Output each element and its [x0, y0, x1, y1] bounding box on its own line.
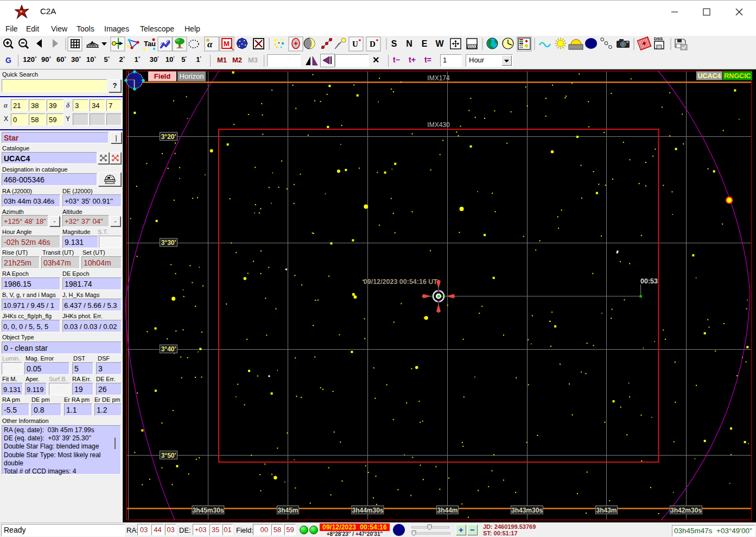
svg-text:UCAC4: UCAC4 — [697, 72, 721, 80]
svg-text:IMX430: IMX430 — [427, 121, 450, 129]
svg-text:09/12/2023 00:54:16 UT: 09/12/2023 00:54:16 UT — [364, 278, 438, 286]
svg-text:Horizon: Horizon — [180, 72, 204, 80]
svg-text:E: E — [422, 39, 428, 48]
svg-text:3h43m30s: 3h43m30s — [511, 507, 543, 514]
svg-text:Field: Field — [154, 72, 170, 80]
svg-text:3°50': 3°50' — [161, 452, 176, 459]
svg-text:N: N — [406, 39, 412, 48]
svg-text:3h43m: 3h43m — [596, 507, 617, 514]
svg-text:3h45m30s: 3h45m30s — [192, 507, 224, 514]
svg-text:3h44m30s: 3h44m30s — [352, 507, 383, 514]
svg-text:3°30': 3°30' — [161, 239, 176, 247]
svg-text:3h42m30s: 3h42m30s — [670, 507, 702, 514]
svg-text:S: S — [391, 39, 397, 48]
svg-text:DSS: DSS — [654, 36, 663, 41]
svg-text:IMX174: IMX174 — [427, 74, 450, 82]
svg-text:M: M — [224, 40, 230, 48]
svg-text:W: W — [435, 39, 444, 48]
svg-text:3h45m: 3h45m — [277, 507, 298, 514]
svg-text:3°20': 3°20' — [161, 133, 176, 141]
svg-text:Ta: Ta — [144, 40, 152, 48]
svg-text:D: D — [370, 40, 376, 48]
svg-text:00:53: 00:53 — [640, 277, 658, 285]
svg-text:U: U — [352, 40, 358, 48]
svg-text:3h44m: 3h44m — [437, 507, 458, 514]
svg-text:RNGCIC: RNGCIC — [724, 72, 751, 80]
svg-text:3°40': 3°40' — [161, 345, 176, 353]
